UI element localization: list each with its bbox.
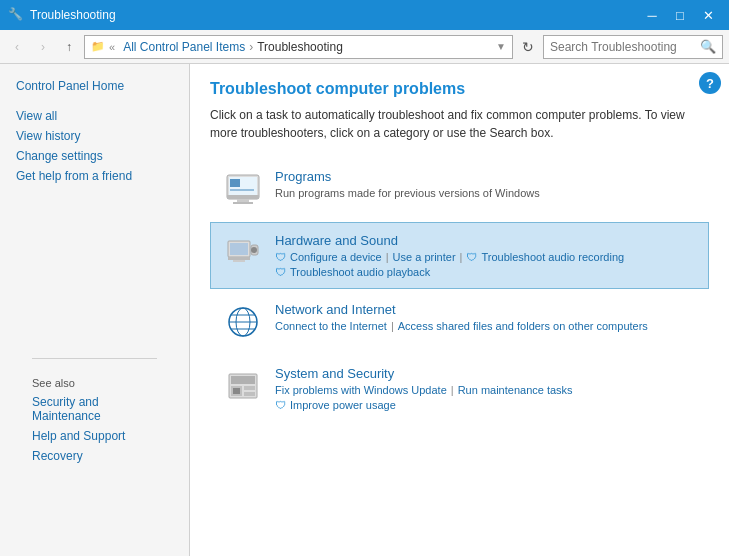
folder-icon: 📁 [91, 40, 105, 53]
category-programs[interactable]: Programs Run programs made for previous … [210, 158, 709, 220]
title-bar-title: Troubleshooting [30, 8, 116, 22]
network-internet-links: Connect to the Internet | Access shared … [275, 320, 696, 332]
address-path: 📁 « All Control Panel Items › Troublesho… [84, 35, 513, 59]
svg-rect-23 [233, 388, 240, 394]
svg-rect-2 [227, 195, 259, 199]
content-title: Troubleshoot computer problems [210, 80, 709, 98]
programs-name[interactable]: Programs [275, 169, 696, 184]
category-system-security[interactable]: System and Security Fix problems with Wi… [210, 355, 709, 422]
category-hardware-sound[interactable]: Hardware and Sound 🛡 Configure a device … [210, 222, 709, 289]
sidebar-help-support[interactable]: Help and Support [16, 426, 173, 446]
connect-internet-link[interactable]: Connect to the Internet [275, 320, 387, 332]
troubleshoot-audio-recording-link[interactable]: Troubleshoot audio recording [481, 251, 624, 263]
system-security-icon [223, 366, 263, 406]
see-also-label: See also [16, 367, 173, 392]
use-printer-link[interactable]: Use a printer [393, 251, 456, 263]
path-troubleshooting: Troubleshooting [257, 40, 343, 54]
network-internet-info: Network and Internet Connect to the Inte… [275, 302, 696, 332]
address-bar: ‹ › ↑ 📁 « All Control Panel Items › Trou… [0, 30, 729, 64]
shield-icon-1: 🛡 [275, 251, 286, 263]
help-button[interactable]: ? [699, 72, 721, 94]
hardware-sound-name[interactable]: Hardware and Sound [275, 233, 696, 248]
title-bar: 🔧 Troubleshooting ─ □ ✕ [0, 0, 729, 30]
configure-device-link[interactable]: Configure a device [290, 251, 382, 263]
title-bar-left: 🔧 Troubleshooting [8, 7, 116, 23]
svg-rect-22 [244, 392, 255, 396]
sidebar-divider [32, 358, 157, 359]
svg-rect-12 [233, 260, 245, 262]
shield-icon-2: 🛡 [466, 251, 477, 263]
network-internet-name[interactable]: Network and Internet [275, 302, 696, 317]
sidebar-get-help[interactable]: Get help from a friend [0, 166, 189, 186]
content-area: ? Troubleshoot computer problems Click o… [190, 64, 729, 556]
system-security-links: Fix problems with Windows Update | Run m… [275, 384, 696, 396]
network-internet-icon [223, 302, 263, 342]
back-button[interactable]: ‹ [6, 36, 28, 58]
title-bar-controls: ─ □ ✕ [639, 5, 721, 25]
sidebar-view-all[interactable]: View all [0, 106, 189, 126]
svg-rect-4 [233, 202, 253, 204]
svg-rect-19 [231, 376, 255, 384]
svg-rect-21 [244, 386, 255, 390]
hardware-sound-info: Hardware and Sound 🛡 Configure a device … [275, 233, 696, 278]
content-description: Click on a task to automatically trouble… [210, 106, 709, 142]
maximize-button[interactable]: □ [667, 5, 693, 25]
svg-rect-8 [230, 243, 248, 255]
sidebar: Control Panel Home View all View history… [0, 64, 190, 556]
path-dropdown-icon[interactable]: ▼ [496, 41, 506, 52]
svg-rect-11 [228, 257, 250, 260]
programs-info: Programs Run programs made for previous … [275, 169, 696, 199]
access-shared-link[interactable]: Access shared files and folders on other… [398, 320, 648, 332]
system-security-info: System and Security Fix problems with Wi… [275, 366, 696, 411]
svg-rect-6 [230, 189, 254, 191]
app-icon: 🔧 [8, 7, 24, 23]
system-security-links-2: 🛡 Improve power usage [275, 399, 696, 411]
category-network-internet[interactable]: Network and Internet Connect to the Inte… [210, 291, 709, 353]
main-layout: Control Panel Home View all View history… [0, 64, 729, 556]
svg-point-10 [251, 247, 257, 253]
hardware-sound-links: 🛡 Configure a device | Use a printer | 🛡… [275, 251, 696, 263]
search-input[interactable] [550, 40, 700, 54]
up-button[interactable]: ↑ [58, 36, 80, 58]
windows-update-link[interactable]: Fix problems with Windows Update [275, 384, 447, 396]
search-box: 🔍 [543, 35, 723, 59]
sidebar-recovery[interactable]: Recovery [16, 446, 173, 466]
power-usage-link[interactable]: Improve power usage [290, 399, 396, 411]
programs-icon [223, 169, 263, 209]
hardware-sound-icon [223, 233, 263, 273]
minimize-button[interactable]: ─ [639, 5, 665, 25]
sidebar-view-history[interactable]: View history [0, 126, 189, 146]
sidebar-security-maintenance[interactable]: Security and Maintenance [16, 392, 173, 426]
troubleshoot-audio-playback-link[interactable]: Troubleshoot audio playback [290, 266, 430, 278]
path-control-panel[interactable]: All Control Panel Items [123, 40, 245, 54]
sidebar-control-panel-home[interactable]: Control Panel Home [0, 76, 189, 96]
programs-subtitle: Run programs made for previous versions … [275, 187, 696, 199]
refresh-button[interactable]: ↻ [517, 36, 539, 58]
svg-rect-3 [237, 199, 249, 202]
close-button[interactable]: ✕ [695, 5, 721, 25]
forward-button[interactable]: › [32, 36, 54, 58]
hardware-sound-links-2: 🛡 Troubleshoot audio playback [275, 266, 696, 278]
svg-rect-5 [230, 179, 240, 187]
system-security-name[interactable]: System and Security [275, 366, 696, 381]
sidebar-change-settings[interactable]: Change settings [0, 146, 189, 166]
shield-icon-4: 🛡 [275, 399, 286, 411]
shield-icon-3: 🛡 [275, 266, 286, 278]
maintenance-tasks-link[interactable]: Run maintenance tasks [458, 384, 573, 396]
search-button[interactable]: 🔍 [700, 39, 716, 54]
see-also-section: See also Security and Maintenance Help a… [0, 350, 189, 466]
